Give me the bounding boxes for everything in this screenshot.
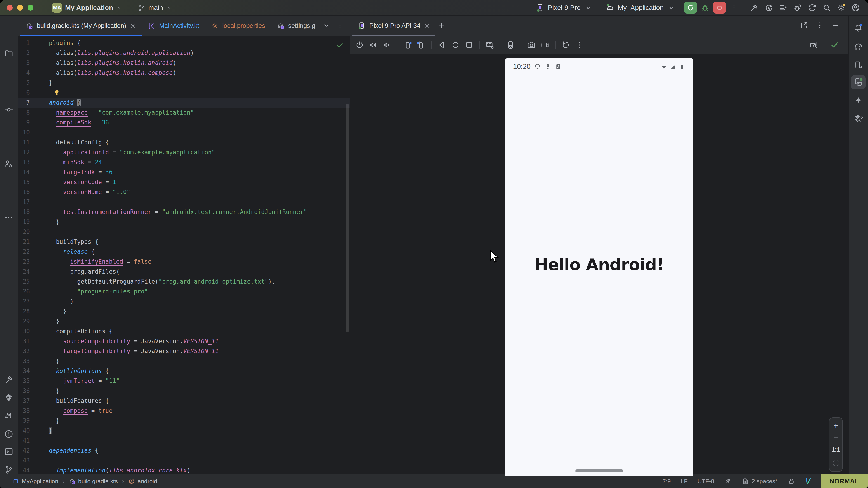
stop-button[interactable] bbox=[713, 2, 726, 13]
tool-running-devices-button[interactable] bbox=[851, 75, 866, 90]
battery-icon bbox=[679, 63, 685, 70]
minimize-button[interactable] bbox=[832, 21, 840, 30]
more-vertical-button[interactable] bbox=[573, 39, 585, 51]
line-number: 17 bbox=[18, 197, 49, 207]
zoom-reset-button[interactable]: 1:1 bbox=[831, 446, 840, 453]
notifications-bell-icon bbox=[854, 23, 863, 33]
attach-debugger-button[interactable] bbox=[792, 2, 804, 14]
caret-position[interactable]: 7:9 bbox=[662, 478, 671, 485]
ai-spark-disabled-icon[interactable] bbox=[724, 477, 732, 485]
apply-changes-button[interactable] bbox=[763, 2, 775, 14]
tool-logcat-cat-button[interactable] bbox=[4, 411, 14, 421]
chevron-down-button[interactable] bbox=[322, 22, 330, 30]
tool-project-folder-button[interactable] bbox=[4, 48, 14, 58]
vim-mode-badge[interactable]: NORMAL bbox=[820, 475, 868, 488]
branch-selector[interactable]: main bbox=[134, 4, 175, 11]
home-button[interactable] bbox=[450, 39, 462, 51]
account-button[interactable] bbox=[849, 2, 862, 14]
encoding[interactable]: UTF-8 bbox=[698, 478, 714, 485]
close-window-button[interactable] bbox=[7, 5, 13, 11]
keyboard-input-button[interactable] bbox=[484, 39, 496, 51]
debug-button[interactable] bbox=[699, 2, 711, 14]
code-line: 37 buildFeatures { bbox=[18, 396, 350, 406]
maximize-window-button[interactable] bbox=[28, 5, 33, 11]
more-vertical-button[interactable] bbox=[816, 21, 824, 30]
gradle-file-icon bbox=[69, 478, 75, 485]
tool-gemini-spark-button[interactable] bbox=[853, 96, 863, 105]
profiler-button[interactable] bbox=[777, 2, 789, 14]
add-device-button[interactable] bbox=[435, 15, 447, 36]
more-vertical-button[interactable] bbox=[336, 22, 344, 30]
code-text: android { bbox=[49, 98, 81, 107]
rotate-right-button[interactable] bbox=[415, 39, 427, 51]
tool-diamond-button[interactable] bbox=[4, 393, 14, 403]
editor-tab[interactable]: MainActivity.kt bbox=[142, 15, 205, 36]
volume-down-button[interactable] bbox=[381, 39, 393, 51]
phone-screen[interactable]: 10:20 Hello Android! bbox=[505, 58, 693, 476]
zoom-fit-icon[interactable] bbox=[832, 459, 839, 467]
screenshot-camera-button[interactable] bbox=[525, 39, 537, 51]
stop-square-icon bbox=[716, 4, 723, 11]
search-button[interactable] bbox=[820, 2, 833, 14]
rerun-button[interactable] bbox=[684, 2, 697, 13]
code-text: buildFeatures { bbox=[49, 396, 109, 406]
line-number: 43 bbox=[18, 455, 49, 465]
rotate-left-button[interactable] bbox=[401, 39, 414, 51]
editor-tab[interactable]: local.properties bbox=[205, 15, 271, 36]
power-button[interactable] bbox=[353, 39, 366, 51]
line-number: 1 bbox=[18, 38, 49, 48]
tool-more-horizontal-button[interactable] bbox=[4, 213, 14, 223]
zoom-in-button[interactable]: + bbox=[833, 422, 838, 429]
screen-record-button[interactable] bbox=[539, 39, 551, 51]
tool-structure-button[interactable] bbox=[4, 159, 14, 169]
run-more-actions-button[interactable] bbox=[728, 2, 740, 14]
screen-search-button[interactable] bbox=[808, 39, 820, 51]
tool-notifications-bell-button[interactable] bbox=[853, 23, 863, 33]
tool-airplane-button[interactable] bbox=[853, 114, 863, 124]
tool-git-branch-button[interactable] bbox=[4, 465, 14, 475]
settings-button[interactable] bbox=[835, 2, 847, 14]
back-button[interactable] bbox=[436, 39, 448, 51]
intention-bulb-icon[interactable] bbox=[53, 89, 60, 96]
project-folder-icon bbox=[4, 48, 13, 58]
device-selector[interactable]: Pixel 9 Pro bbox=[532, 3, 596, 12]
indent-setting[interactable]: 2 spaces* bbox=[742, 478, 778, 485]
gradle-sync-button[interactable] bbox=[806, 2, 818, 14]
editor-scrollbar[interactable] bbox=[346, 104, 349, 332]
lock-open-icon[interactable] bbox=[787, 477, 795, 485]
run-configuration-selector[interactable]: My_Application bbox=[602, 3, 679, 12]
device-settings-button[interactable] bbox=[504, 39, 517, 51]
device-tab[interactable]: Pixel 9 Pro API 34 bbox=[352, 15, 435, 36]
pixel-phone-icon bbox=[358, 22, 366, 30]
breadcrumb-item[interactable]: android bbox=[128, 478, 157, 485]
breadcrumb-item[interactable]: MyApplication bbox=[12, 478, 58, 485]
project-selector[interactable]: MA My Application bbox=[49, 3, 125, 13]
device-reset-button[interactable] bbox=[560, 39, 572, 51]
ideavim-icon[interactable]: V bbox=[805, 477, 811, 486]
tool-commit-button[interactable] bbox=[4, 105, 14, 115]
minimize-window-button[interactable] bbox=[17, 5, 23, 11]
status-check-button[interactable] bbox=[829, 39, 841, 51]
editor-tab[interactable]: settings.g bbox=[271, 15, 321, 36]
close-icon[interactable] bbox=[130, 23, 136, 29]
gesture-navigation-pill[interactable] bbox=[575, 469, 623, 473]
close-icon[interactable] bbox=[424, 23, 430, 29]
line-ending[interactable]: LF bbox=[681, 478, 688, 485]
inspections-ok-icon[interactable] bbox=[336, 41, 344, 49]
zoom-out-button[interactable]: − bbox=[833, 435, 838, 440]
open-external-button[interactable] bbox=[800, 21, 808, 30]
tool-build-hammer-button[interactable] bbox=[4, 375, 14, 385]
code-text: implementation(libs.androidx.core.ktx) bbox=[49, 465, 190, 474]
tool-device-manager-button[interactable] bbox=[853, 60, 863, 70]
code-editor[interactable]: 1plugins {2 alias(libs.plugins.android.a… bbox=[18, 36, 350, 474]
editor-tab[interactable]: build.gradle.kts (My Application) bbox=[20, 15, 142, 36]
breadcrumb-item[interactable]: build.gradle.kts bbox=[69, 478, 118, 485]
editor-tab-label: MainActivity.kt bbox=[159, 22, 199, 29]
tool-terminal-button[interactable] bbox=[4, 447, 14, 457]
tool-problems-button[interactable] bbox=[4, 429, 14, 439]
overview-button[interactable] bbox=[463, 39, 475, 51]
volume-up-button[interactable] bbox=[367, 39, 379, 51]
line-number: 16 bbox=[18, 187, 49, 197]
tool-gradle-elephant-button[interactable] bbox=[853, 42, 863, 52]
build-hammer-button[interactable] bbox=[748, 2, 761, 14]
